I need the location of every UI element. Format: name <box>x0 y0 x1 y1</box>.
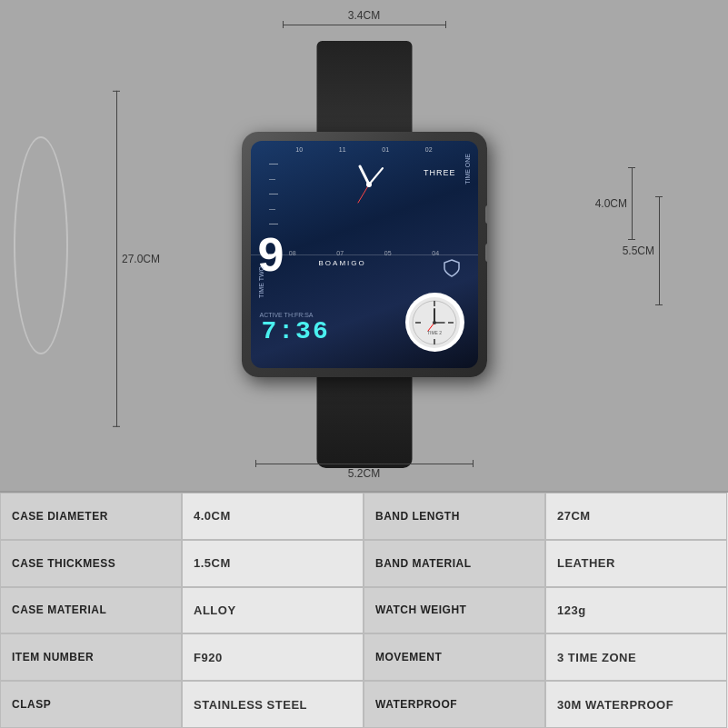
right-dimension-bottom: 5.5CM <box>623 196 660 305</box>
watch-wrapper: 10 11 01 02 TIME ONE 9 THREE <box>219 41 510 468</box>
watch-case: 10 11 01 02 TIME ONE 9 THREE <box>242 132 487 377</box>
value-band-material: LEATHER <box>545 540 727 587</box>
oval-decoration <box>14 136 68 354</box>
crown-buttons <box>485 205 487 262</box>
value-case-thickness: 1.5CM <box>182 540 364 587</box>
value-band-length: 27CM <box>545 493 727 540</box>
label-case-material: CASE MATERIAL <box>0 587 182 634</box>
value-case-diameter: 4.0CM <box>182 493 364 540</box>
value-movement: 3 TIME ZONE <box>545 633 727 681</box>
value-case-material: ALLOY <box>182 587 364 634</box>
main-container: 3.4CM 10 11 01 02 T <box>0 0 728 728</box>
scale-11: 11 <box>339 146 346 153</box>
image-section: 3.4CM 10 11 01 02 T <box>0 0 728 491</box>
label-clasp: CLASP <box>0 681 182 728</box>
specs-table: CASE DIAMETER 4.0CM BAND LENGTH 27CM CAS… <box>0 491 728 728</box>
label-case-diameter: CASE DIAMETER <box>0 493 182 540</box>
svg-line-0 <box>360 166 369 184</box>
ruler-marks <box>269 164 278 254</box>
scale-10: 10 <box>295 146 303 153</box>
bottom-dimension: 5.2CM <box>255 464 474 480</box>
label-item-number: ITEM NUMBER <box>0 633 182 681</box>
label-waterproof: WATERPROOF <box>364 681 545 728</box>
scale-01: 01 <box>382 146 389 153</box>
label-band-length: BAND LENGTH <box>364 493 545 540</box>
watch-face: 10 11 01 02 TIME ONE 9 THREE <box>251 141 478 368</box>
strap-top <box>316 41 412 141</box>
shield-icon <box>444 259 460 277</box>
small-clock-face: TIME 2 <box>408 296 461 349</box>
label-case-thickness: CASE THICKMESS <box>0 540 182 587</box>
brand-name: BOAMIGO <box>319 259 366 267</box>
svg-line-2 <box>358 184 369 203</box>
time-one-label: TIME ONE <box>464 154 471 184</box>
scale-02: 02 <box>425 146 433 153</box>
left-dim-label: 27.0CM <box>122 253 160 265</box>
three-label: THREE <box>424 168 456 177</box>
right-dim-bottom-label: 5.5CM <box>623 244 654 257</box>
crown-btn-1[interactable] <box>485 205 487 224</box>
svg-line-1 <box>369 168 383 184</box>
svg-text:TIME 2: TIME 2 <box>427 330 442 335</box>
left-dimension: 27.0CM <box>116 91 160 427</box>
label-movement: MOVEMENT <box>364 633 545 681</box>
value-clasp: STAINLESS STEEL <box>182 681 364 728</box>
crown-btn-2[interactable] <box>485 244 487 262</box>
svg-point-13 <box>433 321 436 324</box>
label-watch-weight: WATCH WEIGHT <box>364 587 545 634</box>
label-band-material: BAND MATERIAL <box>364 540 545 587</box>
top-dim-label: 3.4CM <box>348 9 380 22</box>
mid-line <box>251 254 478 255</box>
top-dimension: 3.4CM <box>283 9 446 25</box>
time-two-label: TIME TWO <box>258 266 264 298</box>
svg-point-3 <box>366 182 372 187</box>
value-item-number: F920 <box>182 633 364 681</box>
value-watch-weight: 123g <box>545 587 727 634</box>
small-analog-clock: TIME 2 <box>405 293 464 352</box>
analog-hands <box>333 157 405 212</box>
bottom-dim-label: 5.2CM <box>348 467 380 480</box>
value-waterproof: 30M WATERPROOF <box>545 681 727 728</box>
digital-time: 7:36 <box>262 317 330 345</box>
